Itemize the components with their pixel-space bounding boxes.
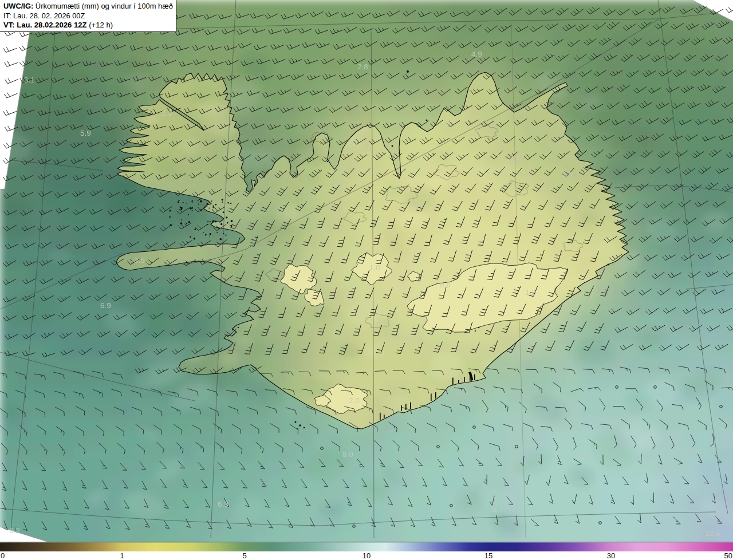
- svg-text:50: 50: [724, 551, 732, 560]
- svg-text:1.2: 1.2: [525, 288, 536, 297]
- svg-text:0.8: 0.8: [440, 281, 451, 289]
- svg-text:6.9: 6.9: [100, 301, 111, 310]
- svg-text:5: 5: [242, 551, 246, 560]
- svg-text:1.3: 1.3: [413, 200, 424, 208]
- svg-text:5.9: 5.9: [80, 129, 91, 137]
- svg-text:9.7: 9.7: [492, 505, 503, 514]
- svg-text:1.6: 1.6: [562, 170, 573, 179]
- svg-text:30: 30: [607, 551, 615, 560]
- svg-text:10: 10: [362, 551, 371, 560]
- svg-text:6.3: 6.3: [218, 500, 228, 508]
- svg-text:11.0: 11.0: [577, 452, 592, 461]
- svg-text:15: 15: [484, 551, 492, 560]
- svg-text:0: 0: [1, 551, 5, 560]
- svg-text:1.0: 1.0: [369, 263, 380, 272]
- svg-text:8.2: 8.2: [9, 526, 20, 535]
- svg-text:1.8: 1.8: [510, 155, 521, 163]
- svg-text:4.9: 4.9: [471, 50, 482, 58]
- svg-text:2.0: 2.0: [349, 396, 360, 405]
- svg-text:8.0: 8.0: [342, 450, 353, 459]
- svg-text:3.1: 3.1: [24, 76, 35, 84]
- svg-text:2.8: 2.8: [357, 62, 368, 71]
- svg-text:2.3: 2.3: [161, 109, 172, 117]
- svg-text:1: 1: [120, 551, 124, 560]
- svg-text:3.5: 3.5: [134, 256, 145, 265]
- svg-text:12.4: 12.4: [705, 529, 720, 538]
